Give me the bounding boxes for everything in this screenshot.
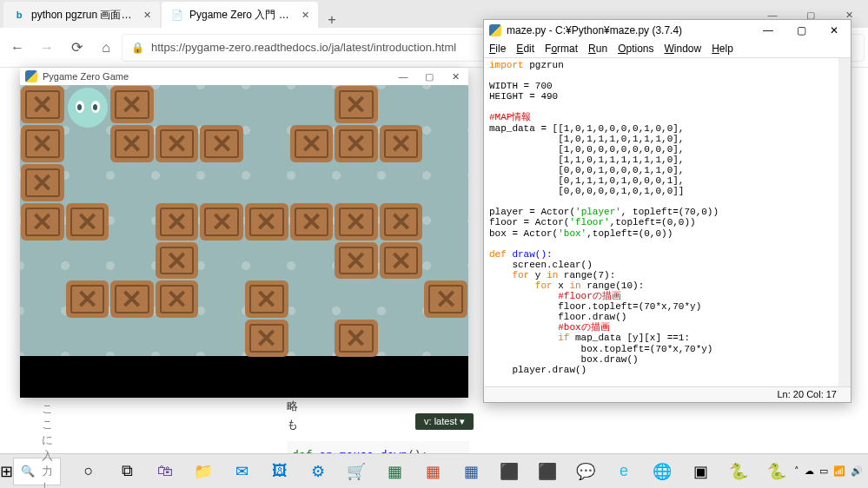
- taskbar-apps: ○ ⧉ 🛍 📁 ✉ 🖼 ⚙ 🛒 ▦ ▦ ▦ ⬛ ⬛ 💬 e 🌐 ▣ 🐍 🐍: [71, 454, 794, 489]
- volume-icon[interactable]: 🔊: [851, 465, 863, 477]
- window-title: maze.py - C:¥Python¥maze.py (3.7.4): [507, 24, 682, 36]
- box-tile: [110, 86, 154, 123]
- tray-chevron-icon[interactable]: ˄: [794, 465, 799, 477]
- box-tile: [335, 125, 378, 162]
- box-tile: [156, 280, 199, 318]
- cmd-icon[interactable]: ▣: [683, 454, 718, 489]
- python-icon: [489, 24, 501, 36]
- refresh-button[interactable]: ⟳: [63, 34, 90, 62]
- home-button[interactable]: ⌂: [92, 34, 120, 62]
- tray-icon[interactable]: ▭: [819, 465, 828, 477]
- box-tile: [66, 203, 109, 241]
- box-tile: [424, 280, 467, 318]
- idle-titlebar[interactable]: maze.py - C:¥Python¥maze.py (3.7.4) — ▢ …: [484, 20, 851, 41]
- close-icon[interactable]: ✕: [143, 10, 151, 21]
- cortana-icon[interactable]: ○: [71, 454, 106, 489]
- taskbar-app[interactable]: ⬛: [530, 454, 565, 489]
- player-sprite: [68, 88, 108, 128]
- close-icon[interactable]: ✕: [301, 10, 309, 21]
- status-bar: Ln: 20 Col: 17: [484, 386, 851, 402]
- taskbar-app[interactable]: 🛒: [339, 454, 374, 489]
- box-tile: [200, 125, 243, 162]
- box-tile: [335, 86, 378, 123]
- wifi-icon[interactable]: 📶: [833, 465, 845, 477]
- code-editor[interactable]: import pgzrun WIDTH = 700 HEIGHT = 490 #…: [484, 58, 851, 386]
- minimize-button[interactable]: —: [752, 24, 785, 36]
- version-selector[interactable]: v: latest ▾: [415, 413, 474, 430]
- tab-title: Pygame Zero 入門 — Pygame Z...: [189, 8, 296, 23]
- favicon-doc: 📄: [170, 8, 184, 22]
- taskbar-app[interactable]: ⬛: [492, 454, 527, 489]
- menu-options[interactable]: Options: [618, 43, 653, 56]
- menu-format[interactable]: Format: [545, 43, 578, 56]
- menu-window[interactable]: Window: [665, 43, 702, 56]
- box-tile: [335, 320, 378, 357]
- taskbar-app[interactable]: ⚙: [301, 454, 335, 489]
- python-icon[interactable]: 🐍: [759, 454, 794, 489]
- taskbar-app[interactable]: 💬: [568, 454, 603, 489]
- ie-icon[interactable]: e: [606, 454, 641, 489]
- cloud-icon[interactable]: ☁: [805, 465, 814, 477]
- box-tile: [156, 242, 199, 280]
- back-button[interactable]: ←: [3, 34, 31, 62]
- url-text: https://pygame-zero.readthedocs.io/ja/la…: [151, 41, 456, 54]
- pygame-titlebar[interactable]: Pygame Zero Game — ▢ ✕: [20, 68, 468, 85]
- box-tile: [245, 280, 288, 318]
- word-icon[interactable]: ▦: [454, 454, 488, 489]
- taskbar-app[interactable]: 📁: [186, 454, 221, 489]
- maximize-button[interactable]: ▢: [785, 24, 818, 36]
- favicon-bing: b: [12, 8, 26, 22]
- browser-tab-0[interactable]: b python pgzrun 画面下欠ける - Bi... ✕: [3, 2, 160, 28]
- close-button[interactable]: ✕: [442, 71, 468, 82]
- new-tab-button[interactable]: +: [320, 12, 344, 28]
- excel-icon[interactable]: ▦: [377, 454, 412, 489]
- start-button[interactable]: ⊞: [0, 454, 13, 489]
- menu-edit[interactable]: Edit: [516, 43, 534, 56]
- box-tile: [245, 320, 288, 357]
- box-tile: [110, 125, 154, 162]
- box-tile: [380, 125, 423, 162]
- box-tile: [21, 164, 64, 201]
- idle-window: maze.py - C:¥Python¥maze.py (3.7.4) — ▢ …: [483, 19, 851, 403]
- menu-run[interactable]: Run: [588, 43, 607, 56]
- box-tile: [110, 280, 154, 318]
- taskbar-app[interactable]: 🖼: [262, 454, 297, 489]
- taskbar: ⊞ 🔍 ここに入力して検索 ○ ⧉ 🛍 📁 ✉ 🖼 ⚙ 🛒 ▦ ▦ ▦ ⬛ ⬛ …: [0, 453, 868, 488]
- box-tile: [21, 86, 64, 123]
- box-tile: [156, 203, 199, 241]
- minimize-button[interactable]: —: [390, 71, 416, 82]
- system-tray: ˄ ☁ ▭ 📶 🔊 A 5:31 2021/06/06 💬: [794, 459, 868, 482]
- box-tile: [380, 242, 423, 280]
- python-icon: [25, 70, 37, 82]
- browser-tab-1[interactable]: 📄 Pygame Zero 入門 — Pygame Z... ✕: [162, 2, 318, 28]
- game-canvas[interactable]: [20, 85, 468, 398]
- tab-title: python pgzrun 画面下欠ける - Bi...: [31, 8, 138, 23]
- close-button[interactable]: ✕: [818, 24, 851, 36]
- forward-button[interactable]: →: [33, 34, 61, 62]
- box-tile: [156, 125, 199, 162]
- search-input[interactable]: 🔍 ここに入力して検索: [13, 458, 61, 485]
- box-tile: [380, 203, 423, 241]
- maximize-button[interactable]: ▢: [416, 71, 442, 82]
- box-tile: [66, 280, 109, 318]
- taskbar-app[interactable]: ✉: [224, 454, 259, 489]
- taskbar-app[interactable]: 🛍: [148, 454, 182, 489]
- box-tile: [21, 125, 64, 162]
- box-tile: [290, 125, 334, 162]
- menu-file[interactable]: File: [489, 43, 506, 56]
- taskview-icon[interactable]: ⧉: [109, 454, 144, 489]
- edge-icon[interactable]: 🌐: [645, 454, 679, 489]
- python-icon[interactable]: 🐍: [721, 454, 756, 489]
- lock-icon: 🔒: [131, 42, 144, 54]
- box-tile: [200, 203, 243, 241]
- box-tile: [335, 242, 378, 280]
- search-icon: 🔍: [21, 465, 35, 478]
- idle-menubar: File Edit Format Run Options Window Help: [484, 41, 851, 58]
- menu-help[interactable]: Help: [712, 43, 733, 56]
- powerpoint-icon[interactable]: ▦: [415, 454, 450, 489]
- search-placeholder: ここに入力して検索: [42, 401, 53, 489]
- box-tile: [245, 203, 288, 241]
- box-tile: [21, 203, 64, 241]
- box-tile: [335, 203, 378, 241]
- box-tile: [290, 203, 334, 241]
